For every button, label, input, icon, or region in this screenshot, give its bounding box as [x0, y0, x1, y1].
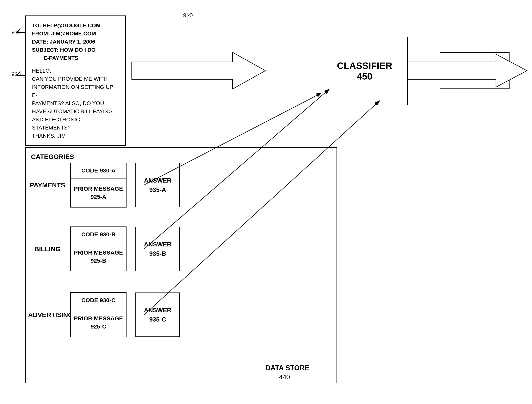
- email-from: FROM: JIM@HOME.COM: [32, 30, 119, 38]
- diagram: TO: HELP@GOOGLE.COM FROM: JIM@HOME.COM D…: [0, 0, 532, 404]
- billing-code-box: CODE 930-B: [70, 227, 127, 242]
- advertising-label: ADVERTISING: [28, 311, 67, 319]
- email-header: TO: HELP@GOOGLE.COM FROM: JIM@HOME.COM D…: [32, 21, 119, 62]
- label-920: 920: [12, 71, 21, 77]
- email-to: TO: HELP@GOOGLE.COM: [32, 21, 119, 30]
- email-line1: HELLO,: [32, 67, 119, 75]
- main-arrow: [132, 52, 265, 89]
- email-line3: INFORMATION ON SETTING UP E-: [32, 83, 119, 99]
- email-subject2: E-PAYMENTS: [32, 54, 119, 62]
- email-body: HELLO, CAN YOU PROVIDE ME WITH INFORMATI…: [32, 67, 119, 140]
- email-line5: HAVE AUTOMATIC BILL PAYING: [32, 107, 119, 116]
- advertising-answer-box: ANSWER935-C: [135, 292, 180, 337]
- payments-answer-box: ANSWER935-A: [135, 163, 180, 207]
- label-915: 915: [12, 29, 21, 36]
- email-line2: CAN YOU PROVIDE ME WITH: [32, 75, 119, 83]
- payments-prior-box: PRIOR MESSAGE925-A: [70, 178, 127, 208]
- billing-answer-box: ANSWER935-B: [135, 227, 180, 271]
- email-subject1: SUBJECT: HOW DO I DO: [32, 46, 119, 54]
- reply-number: 940: [468, 71, 481, 79]
- billing-prior-box: PRIOR MESSAGE925-B: [70, 242, 127, 271]
- datastore-number: 440: [279, 373, 290, 381]
- email-line6: AND ELECTRONIC STATEMENTS?: [32, 116, 119, 132]
- classifier-box: CLASSIFIER 450: [322, 37, 408, 105]
- reply-box: REPLY 940: [440, 52, 510, 89]
- classifier-number: 450: [357, 71, 372, 82]
- billing-label: BILLING: [28, 245, 67, 253]
- payments-label: PAYMENTS: [28, 181, 67, 189]
- advertising-code-box: CODE 930-C: [70, 292, 127, 308]
- label-910: 910: [183, 12, 193, 19]
- advertising-code-prior: CODE 930-C PRIOR MESSAGE925-C: [70, 292, 127, 337]
- email-box: TO: HELP@GOOGLE.COM FROM: JIM@HOME.COM D…: [25, 15, 126, 146]
- advertising-prior-box: PRIOR MESSAGE925-C: [70, 308, 127, 337]
- billing-row: BILLING CODE 930-B PRIOR MESSAGE925-B AN…: [28, 227, 180, 271]
- reply-title: REPLY: [462, 62, 487, 71]
- email-date: DATE: JANUARY 1, 2006: [32, 38, 119, 46]
- payments-code-box: CODE 930-A: [70, 163, 127, 178]
- email-line7: THANKS, JIM: [32, 132, 119, 140]
- svg-marker-2: [132, 52, 265, 89]
- payments-row: PAYMENTS CODE 930-A PRIOR MESSAGE925-A A…: [28, 163, 180, 208]
- billing-code-prior: CODE 930-B PRIOR MESSAGE925-B: [70, 227, 127, 271]
- payments-code-prior: CODE 930-A PRIOR MESSAGE925-A: [70, 163, 127, 208]
- classifier-title: CLASSIFIER: [337, 60, 392, 71]
- email-line4: PAYMENTS? ALSO, DO YOU: [32, 99, 119, 107]
- datastore-title: DATA STORE: [265, 364, 309, 372]
- categories-header: CATEGORIES: [31, 153, 74, 160]
- advertising-row: ADVERTISING CODE 930-C PRIOR MESSAGE925-…: [28, 292, 180, 337]
